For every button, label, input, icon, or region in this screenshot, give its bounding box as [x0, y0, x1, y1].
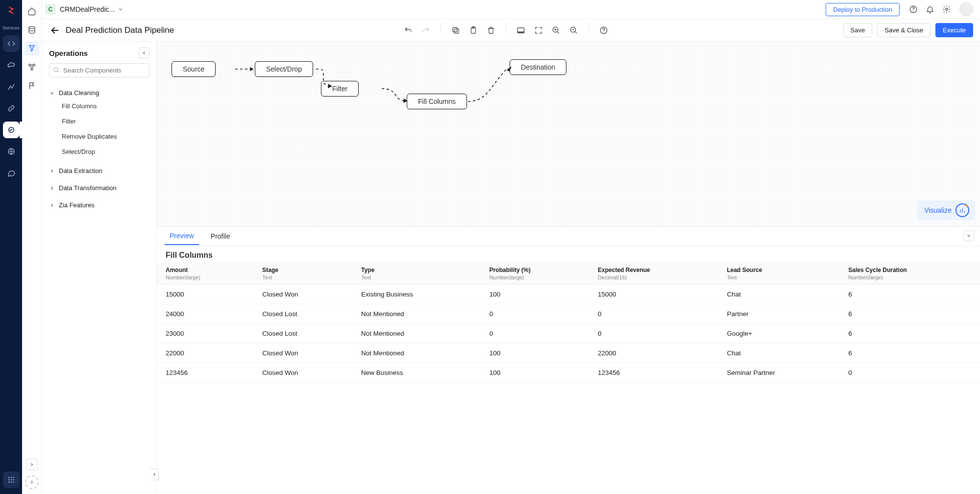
nav-analytics-icon[interactable]	[3, 78, 20, 95]
zoom-in-icon[interactable]	[548, 23, 564, 38]
panel-icon[interactable]	[513, 23, 529, 38]
project-name[interactable]: CRMDealPredic...	[60, 5, 115, 13]
workspace: Operations Data CleaningFill ColumnsFilt…	[42, 42, 980, 494]
tab-preview[interactable]: Preview	[165, 227, 199, 245]
pipeline-canvas[interactable]: Source Select/Drop Filter Fill Columns D…	[157, 42, 980, 226]
panel-collapse-icon[interactable]	[139, 48, 149, 58]
visualize-button[interactable]: Visualize ✦	[917, 200, 975, 220]
user-avatar[interactable]	[959, 2, 973, 16]
panel-side-expand-icon[interactable]	[150, 469, 159, 480]
svg-point-7	[13, 479, 14, 481]
fullscreen-icon[interactable]	[531, 23, 546, 38]
table-row[interactable]: 22000Closed WonNot Mentioned10022000Chat…	[157, 344, 980, 363]
column-header[interactable]: Probability (%)	[481, 263, 589, 274]
nav-chat-icon[interactable]	[3, 165, 20, 181]
sidebar-expand-icon[interactable]	[26, 459, 38, 470]
toolbar-help-icon[interactable]	[596, 23, 612, 38]
svg-rect-21	[518, 31, 525, 33]
column-type: Decimal(16)	[589, 274, 718, 285]
node-select-drop[interactable]: Select/Drop	[255, 61, 313, 77]
table-row[interactable]: 23000Closed LostNot Mentioned00Google+6	[157, 324, 980, 344]
settings-icon[interactable]	[940, 2, 954, 16]
copy-icon[interactable]	[448, 23, 464, 38]
tree-group-header[interactable]: Data Transformation	[46, 182, 152, 194]
table-row[interactable]: 15000Closed WonExisting Business10015000…	[157, 285, 980, 304]
help-icon[interactable]	[906, 2, 920, 16]
svg-marker-27	[328, 84, 332, 88]
add-button-icon[interactable]	[25, 475, 39, 489]
paste-icon[interactable]	[466, 23, 481, 38]
search-input[interactable]	[49, 63, 149, 77]
tree-item[interactable]: Select/Drop	[59, 144, 152, 159]
table-cell: Partner	[718, 304, 839, 324]
tab-profile[interactable]: Profile	[206, 227, 235, 245]
tree-item[interactable]: Filter	[59, 114, 152, 129]
table-cell: New Business	[352, 363, 481, 383]
nav-pipeline-icon[interactable]	[3, 122, 20, 138]
module-home-icon[interactable]	[24, 4, 39, 19]
tree-group-header[interactable]: Data Extraction	[46, 165, 152, 176]
tree-item[interactable]: Remove Duplicates	[59, 129, 152, 144]
nav-network-icon[interactable]	[3, 143, 20, 160]
brand-logo-icon	[5, 4, 18, 17]
column-header[interactable]: Stage	[253, 263, 352, 274]
module-database-icon[interactable]	[24, 23, 39, 37]
tree-group-header[interactable]: Data Cleaning	[46, 87, 152, 99]
back-arrow-icon[interactable]	[48, 24, 62, 37]
table-row[interactable]: 24000Closed LostNot Mentioned00Partner6	[157, 304, 980, 324]
tree-group-label: Data Transformation	[59, 184, 117, 192]
column-header[interactable]: Lead Source	[718, 263, 839, 274]
column-type: Number(large)	[157, 274, 253, 285]
column-header[interactable]: Amount	[157, 263, 253, 274]
project-dropdown-icon[interactable]	[118, 6, 123, 12]
module-sidebar	[22, 0, 42, 494]
preview-area: Preview Profile Fill Columns AmountStage…	[157, 226, 980, 494]
tree-group-header[interactable]: Zia Features	[46, 199, 152, 211]
table-cell: 100	[481, 363, 589, 383]
module-model-icon[interactable]	[24, 60, 39, 74]
nav-link-icon[interactable]	[3, 100, 20, 117]
services-rail: Services	[0, 0, 22, 494]
node-destination[interactable]: Destination	[510, 59, 566, 75]
column-header[interactable]: Expected Revenue	[589, 263, 718, 274]
connector-2	[315, 66, 334, 91]
table-cell: 6	[839, 285, 980, 304]
node-source[interactable]: Source	[172, 61, 216, 77]
preview-collapse-icon[interactable]	[963, 230, 974, 241]
project-badge: C	[45, 4, 56, 15]
svg-point-3	[10, 477, 12, 478]
nav-code-icon[interactable]	[3, 35, 20, 52]
nav-cloud-icon[interactable]	[3, 57, 20, 74]
module-pipeline-icon[interactable]	[24, 41, 39, 56]
column-header[interactable]: Type	[352, 263, 481, 274]
save-button[interactable]: Save	[843, 23, 873, 37]
apps-grid-icon[interactable]	[3, 471, 20, 488]
table-cell: 6	[839, 344, 980, 363]
chart-icon: ✦	[956, 203, 969, 217]
column-type: Number(large)	[481, 274, 589, 285]
column-type: Text	[718, 274, 839, 285]
connector-3	[380, 86, 410, 105]
execute-button[interactable]: Execute	[935, 23, 973, 37]
redo-icon[interactable]	[418, 23, 434, 38]
notifications-icon[interactable]	[923, 2, 937, 16]
save-close-button[interactable]: Save & Close	[877, 23, 931, 37]
table-cell: Chat	[718, 344, 839, 363]
delete-icon[interactable]	[483, 23, 499, 38]
deploy-button[interactable]: Deploy to Production	[826, 3, 900, 16]
module-flag-icon[interactable]	[24, 78, 39, 93]
svg-point-15	[946, 8, 948, 11]
node-fill-columns[interactable]: Fill Columns	[407, 94, 467, 109]
sparkle-icon: ✦	[964, 202, 969, 209]
svg-rect-16	[454, 29, 459, 33]
page-title: Deal Prediction Data Pipeline	[66, 25, 174, 35]
undo-icon[interactable]	[400, 23, 416, 38]
table-cell: 100	[481, 285, 589, 304]
chevron-right-icon	[49, 168, 56, 174]
table-row[interactable]: 123456Closed WonNew Business100123456Sem…	[157, 363, 980, 383]
table-cell: Closed Won	[253, 363, 352, 383]
column-header[interactable]: Sales Cycle Duration	[839, 263, 980, 274]
operations-title: Operations	[49, 49, 88, 57]
zoom-out-icon[interactable]	[566, 23, 582, 38]
tree-item[interactable]: Fill Columns	[59, 99, 152, 114]
